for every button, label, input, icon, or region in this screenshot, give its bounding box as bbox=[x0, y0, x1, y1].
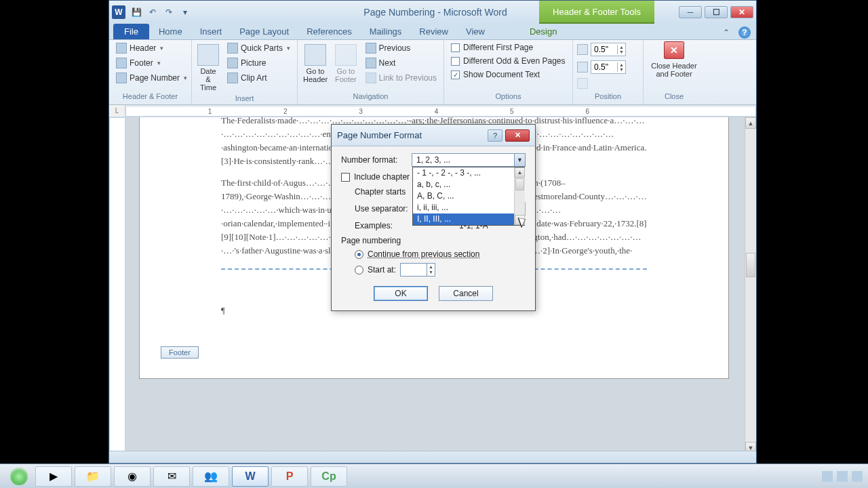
clip-art-icon bbox=[227, 73, 238, 83]
taskbar-app-4[interactable]: ✉ bbox=[153, 466, 190, 487]
number-format-label: Number format: bbox=[341, 155, 406, 165]
cancel-button[interactable]: Cancel bbox=[439, 286, 493, 301]
tab-design[interactable]: Design bbox=[521, 24, 565, 39]
taskbar-chrome[interactable]: ◉ bbox=[114, 466, 151, 487]
taskbar-word[interactable]: W bbox=[232, 466, 269, 487]
title-bar: W 💾 ↶ ↷ ▾ Page Numbering - Microsoft Wor… bbox=[109, 1, 756, 24]
previous-button[interactable]: Previous bbox=[363, 41, 439, 55]
page-number-button[interactable]: Page Number bbox=[113, 71, 190, 85]
page-number-icon bbox=[116, 73, 127, 83]
page-number-format-dialog: Page Number Format ? ✕ Number format: 1,… bbox=[331, 124, 536, 311]
tab-insert[interactable]: Insert bbox=[192, 24, 231, 39]
header-icon bbox=[116, 43, 127, 54]
footer-bottom-icon bbox=[577, 62, 588, 73]
windows-orb-icon bbox=[10, 468, 28, 485]
dropdown-scrollbar[interactable]: ▲ ▼ bbox=[514, 167, 525, 225]
dd-option[interactable]: i, ii, iii, ... bbox=[413, 202, 524, 214]
tab-mailings[interactable]: Mailings bbox=[361, 24, 410, 39]
scroll-up-icon[interactable]: ▲ bbox=[745, 117, 756, 129]
taskbar-app-1[interactable]: ▶ bbox=[35, 466, 72, 487]
system-tray[interactable] bbox=[822, 471, 863, 482]
dialog-close-button[interactable]: ✕ bbox=[505, 129, 530, 142]
close-header-footer-button[interactable]: ✕ Close Header and Footer bbox=[648, 41, 701, 78]
dd-option[interactable]: - 1 -, - 2 -, - 3 -, ... bbox=[413, 167, 524, 179]
start-at-radio[interactable]: Start at: ▲▼ bbox=[355, 263, 526, 277]
ok-button[interactable]: OK bbox=[374, 286, 428, 301]
date-time-button[interactable]: Date & Time bbox=[196, 41, 220, 94]
redo-icon[interactable]: ↷ bbox=[162, 5, 176, 19]
horizontal-ruler[interactable]: 1 2 3 4 5 6 bbox=[125, 106, 756, 117]
insert-align-tab[interactable] bbox=[577, 77, 626, 90]
diff-first-page-checkbox[interactable]: Different First Page bbox=[448, 41, 568, 54]
tab-review[interactable]: Review bbox=[411, 24, 456, 39]
tab-view[interactable]: View bbox=[458, 24, 493, 39]
vertical-scrollbar[interactable]: ▲ ▼ bbox=[745, 117, 756, 453]
taskbar-captivate[interactable]: Cp bbox=[311, 466, 347, 487]
header-top-icon bbox=[577, 44, 588, 55]
dd-scroll-down-icon[interactable]: ▼ bbox=[515, 215, 525, 225]
qat-more-icon[interactable]: ▾ bbox=[178, 5, 192, 19]
taskbar-powerpoint[interactable]: P bbox=[271, 466, 308, 487]
tab-home[interactable]: Home bbox=[151, 24, 191, 39]
picture-button[interactable]: Picture bbox=[224, 56, 293, 70]
tray-icon[interactable] bbox=[837, 471, 848, 482]
dialog-help-button[interactable]: ? bbox=[488, 129, 502, 142]
tab-selector[interactable]: L bbox=[109, 105, 125, 117]
examples-label: Examples: bbox=[355, 221, 420, 230]
taskbar-app-5[interactable]: 👥 bbox=[193, 466, 229, 487]
dd-scroll-up-icon[interactable]: ▲ bbox=[515, 167, 525, 178]
dialog-title: Page Number Format bbox=[337, 130, 488, 140]
number-format-combo[interactable]: 1, 2, 3, ... ▼ - 1 -, - 2 -, - 3 -, ... … bbox=[412, 153, 526, 167]
help-icon[interactable]: ? bbox=[738, 26, 751, 39]
footer-bottom-input[interactable] bbox=[591, 62, 617, 72]
diff-odd-even-checkbox[interactable]: Different Odd & Even Pages bbox=[448, 55, 568, 67]
footer-button[interactable]: Footer bbox=[113, 56, 190, 70]
group-position: Position bbox=[577, 92, 639, 103]
save-icon[interactable]: 💾 bbox=[130, 5, 143, 19]
use-separator-label: Use separator: bbox=[355, 204, 420, 214]
number-format-dropdown-list: - 1 -, - 2 -, - 3 -, ... a, b, c, ... A,… bbox=[412, 167, 525, 226]
quick-parts-button[interactable]: Quick Parts bbox=[224, 41, 293, 55]
undo-icon[interactable]: ↶ bbox=[146, 5, 159, 19]
footer-bottom-spin[interactable]: ▲▼ bbox=[577, 59, 626, 75]
group-close: Close bbox=[648, 92, 701, 103]
tray-icon[interactable] bbox=[852, 471, 863, 482]
tab-page-layout[interactable]: Page Layout bbox=[231, 24, 297, 39]
combo-dropdown-icon[interactable]: ▼ bbox=[514, 154, 525, 166]
continue-radio[interactable]: Continue from previous section bbox=[355, 249, 526, 259]
link-icon bbox=[366, 73, 376, 83]
header-top-spin[interactable]: ▲▼ bbox=[577, 41, 626, 58]
vertical-ruler[interactable] bbox=[109, 117, 125, 453]
goto-header-button[interactable]: Go to Header bbox=[302, 41, 329, 86]
ribbon-tabs: File Home Insert Page Layout References … bbox=[109, 24, 756, 40]
context-tab-label: Header & Footer Tools bbox=[539, 1, 654, 24]
dd-option-selected[interactable]: I, II, III, ... bbox=[413, 214, 524, 225]
dd-option[interactable]: a, b, c, ... bbox=[413, 179, 524, 190]
ribbon-minimize-icon[interactable]: ⌃ bbox=[719, 26, 733, 39]
taskbar-app-2[interactable]: 📁 bbox=[75, 466, 111, 487]
start-button[interactable] bbox=[5, 467, 33, 486]
tab-references[interactable]: References bbox=[298, 24, 359, 39]
picture-icon bbox=[227, 58, 238, 68]
tab-file[interactable]: File bbox=[113, 24, 149, 39]
next-button[interactable]: Next bbox=[363, 56, 439, 70]
maximize-button[interactable]: ☐ bbox=[705, 6, 728, 18]
show-doc-text-checkbox[interactable]: ✓Show Document Text bbox=[448, 68, 568, 81]
link-previous-button: Link to Previous bbox=[363, 71, 439, 85]
dd-scroll-thumb[interactable] bbox=[515, 178, 524, 190]
goto-header-icon bbox=[304, 44, 326, 66]
start-at-input[interactable]: ▲▼ bbox=[400, 263, 435, 277]
clip-art-button[interactable]: Clip Art bbox=[224, 71, 293, 85]
window-close-button[interactable]: ✕ bbox=[730, 6, 753, 18]
tray-icon[interactable] bbox=[822, 471, 833, 482]
header-button[interactable]: Header bbox=[113, 41, 190, 55]
goto-footer-button: Go to Footer bbox=[333, 41, 359, 86]
dd-option[interactable]: A, B, C, ... bbox=[413, 190, 524, 202]
header-top-input[interactable] bbox=[591, 45, 617, 54]
chapter-starts-label: Chapter starts bbox=[355, 187, 420, 197]
align-tab-icon bbox=[577, 78, 588, 89]
scroll-thumb[interactable] bbox=[746, 253, 755, 277]
minimize-button[interactable]: ─ bbox=[679, 6, 702, 18]
dialog-titlebar[interactable]: Page Number Format ? ✕ bbox=[332, 125, 535, 146]
app-icon: W bbox=[112, 5, 125, 19]
